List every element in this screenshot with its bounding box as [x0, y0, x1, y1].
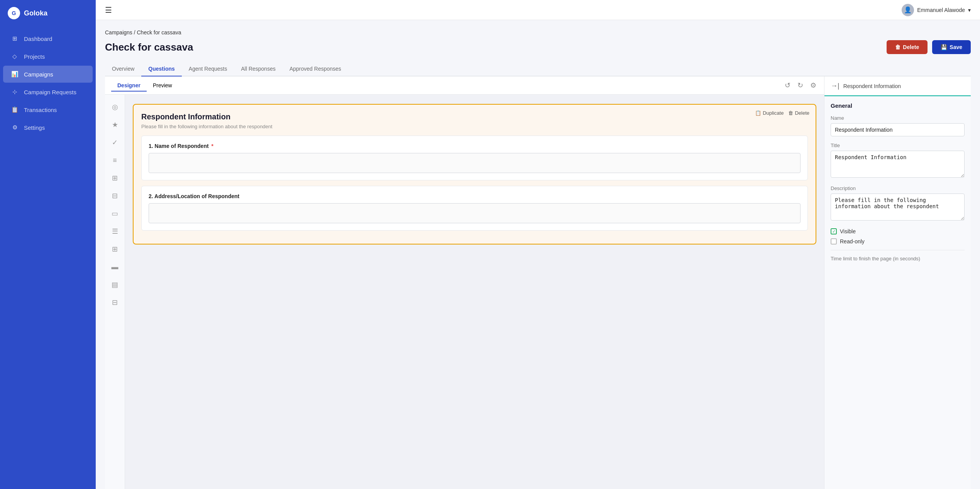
sidebar-item-label: Settings	[24, 124, 45, 131]
dashboard-icon: ⊞	[11, 35, 19, 42]
user-menu[interactable]: 👤 Emmanuel Alawode ▾	[902, 4, 971, 16]
logo-icon: G	[8, 7, 20, 19]
delete-icon: 🗑	[895, 44, 900, 50]
tab-overview[interactable]: Overview	[105, 62, 141, 76]
readonly-checkbox[interactable]	[831, 238, 837, 244]
breadcrumb: Campaigns / Check for cassava	[105, 29, 971, 36]
section-title: Respondent Information	[141, 112, 808, 121]
required-indicator: *	[211, 143, 213, 149]
save-button[interactable]: 💾 Save	[932, 40, 971, 54]
right-panel-header: →| Respondent Information	[824, 76, 971, 96]
divider	[831, 250, 965, 250]
campaigns-icon: 📊	[11, 70, 19, 78]
hamburger-button[interactable]: ☰	[105, 5, 112, 15]
header-actions: 🗑 Delete 💾 Save	[887, 40, 971, 54]
content-area: Campaigns / Check for cassava Check for …	[96, 20, 980, 489]
sidebar-item-campaigns[interactable]: 📊 Campaigns	[3, 66, 93, 83]
sidebar-item-label: Campaign Requests	[24, 89, 76, 95]
redo-button[interactable]: ↻	[796, 80, 805, 91]
name-field-label: Name	[831, 115, 965, 121]
canvas-area: 📋 Duplicate 🗑 Delete Respondent Informat…	[125, 95, 824, 489]
sidebar-item-campaign-requests[interactable]: ⊹ Campaign Requests	[3, 83, 93, 100]
delete-section-icon: 🗑	[788, 110, 793, 116]
main-tabs: Overview Questions Agent Requests All Re…	[105, 62, 971, 76]
section-card-actions: 📋 Duplicate 🗑 Delete	[755, 110, 809, 116]
sidebar-item-transactions[interactable]: 📋 Transactions	[3, 101, 93, 118]
sub-tab-preview[interactable]: Preview	[147, 80, 178, 92]
chevron-down-icon: ▾	[968, 7, 971, 13]
settings-icon: ⚙	[11, 124, 19, 131]
sidebar-item-dashboard[interactable]: ⊞ Dashboard	[3, 30, 93, 47]
question-input-2[interactable]	[149, 203, 801, 223]
settings-toolbar-button[interactable]: ⚙	[809, 80, 818, 91]
breadcrumb-parent[interactable]: Campaigns	[105, 29, 132, 36]
right-panel: →| Respondent Information General Name T…	[824, 76, 971, 489]
form-question-2: 2. Address/Location of Respondent	[141, 186, 808, 231]
strip-icon-image[interactable]: ☰	[109, 225, 121, 238]
description-field-label: Description	[831, 185, 965, 191]
right-panel-title: Respondent Information	[843, 83, 901, 89]
visible-label: Visible	[840, 228, 856, 234]
time-limit-label: Time limit to finish the page (in second…	[831, 256, 965, 261]
strip-icon-rows[interactable]: ⊟	[109, 296, 121, 309]
duplicate-section-button[interactable]: 📋 Duplicate	[755, 110, 784, 116]
logo: G Goloka	[0, 0, 96, 26]
title-field-input[interactable]: Respondent Information	[831, 151, 965, 178]
sub-toolbar-right: ↺ ↻ ⚙	[783, 80, 818, 91]
logo-text: Goloka	[24, 9, 47, 17]
user-name: Emmanuel Alawode	[917, 7, 965, 13]
strip-icon-list[interactable]: ≡	[109, 154, 121, 166]
main-area: ☰ 👤 Emmanuel Alawode ▾ Campaigns / Check…	[96, 0, 980, 489]
breadcrumb-current: Check for cassava	[137, 29, 181, 36]
tab-all-responses[interactable]: All Responses	[234, 62, 283, 76]
sidebar: G Goloka ⊞ Dashboard ◇ Projects 📊 Campai…	[0, 0, 96, 489]
sidebar-item-label: Dashboard	[24, 36, 52, 42]
sub-toolbar: Designer Preview ↺ ↻ ⚙	[105, 76, 824, 95]
readonly-checkbox-row[interactable]: Read-only	[831, 238, 965, 244]
strip-icon-check[interactable]: ✓	[109, 136, 121, 149]
strip-icon-document[interactable]: ▤	[109, 278, 121, 291]
user-avatar: 👤	[902, 4, 914, 16]
sub-tab-designer[interactable]: Designer	[111, 80, 147, 92]
duplicate-icon: 📋	[755, 110, 761, 116]
save-icon: 💾	[941, 44, 947, 50]
designer-area: Designer Preview ↺ ↻ ⚙ ◎ ★ ✓ ≡	[105, 76, 971, 489]
expand-icon: →|	[831, 82, 840, 90]
sidebar-item-label: Transactions	[24, 107, 57, 113]
strip-icon-star[interactable]: ★	[109, 119, 121, 131]
delete-section-button[interactable]: 🗑 Delete	[788, 110, 809, 116]
strip-icon-grid[interactable]: ⊞	[109, 172, 121, 184]
strip-icon-minus-box[interactable]: ⊟	[109, 190, 121, 202]
visible-checkbox[interactable]: ✓	[831, 228, 837, 234]
strip-icon-folder[interactable]: ▭	[109, 207, 121, 220]
undo-button[interactable]: ↺	[783, 80, 792, 91]
delete-button[interactable]: 🗑 Delete	[887, 40, 928, 54]
sidebar-item-label: Campaigns	[24, 71, 53, 78]
tab-agent-requests[interactable]: Agent Requests	[182, 62, 234, 76]
strip-icon-table[interactable]: ⊞	[109, 243, 121, 255]
icon-strip: ◎ ★ ✓ ≡ ⊞ ⊟ ▭ ☰ ⊞ ▬ ▤ ⊟	[105, 95, 125, 489]
topbar: ☰ 👤 Emmanuel Alawode ▾	[96, 0, 980, 20]
breadcrumb-separator: /	[134, 29, 137, 36]
sidebar-nav: ⊞ Dashboard ◇ Projects 📊 Campaigns ⊹ Cam…	[0, 26, 96, 140]
section-description: Please fill in the following information…	[141, 124, 808, 129]
projects-icon: ◇	[11, 53, 19, 60]
form-question-1: 1. Name of Respondent *	[141, 136, 808, 180]
sidebar-item-settings[interactable]: ⚙ Settings	[3, 119, 93, 136]
question-input-1[interactable]	[149, 153, 801, 173]
section-card: 📋 Duplicate 🗑 Delete Respondent Informat…	[133, 104, 816, 244]
title-field-label: Title	[831, 143, 965, 148]
description-field-input[interactable]: Please fill in the following information…	[831, 194, 965, 221]
sidebar-item-projects[interactable]: ◇ Projects	[3, 48, 93, 65]
tab-questions[interactable]: Questions	[141, 62, 181, 76]
visible-checkbox-row[interactable]: ✓ Visible	[831, 228, 965, 234]
strip-icon-target[interactable]: ◎	[109, 101, 121, 113]
middle-section: Designer Preview ↺ ↻ ⚙ ◎ ★ ✓ ≡	[105, 76, 824, 489]
question-label-2: 2. Address/Location of Respondent	[149, 193, 801, 199]
canvas-and-strip: ◎ ★ ✓ ≡ ⊞ ⊟ ▭ ☰ ⊞ ▬ ▤ ⊟	[105, 95, 824, 489]
transactions-icon: 📋	[11, 106, 19, 114]
campaign-requests-icon: ⊹	[11, 88, 19, 96]
tab-approved-responses[interactable]: Approved Responses	[283, 62, 348, 76]
name-field-input[interactable]	[831, 123, 965, 136]
strip-icon-bar[interactable]: ▬	[109, 261, 121, 273]
